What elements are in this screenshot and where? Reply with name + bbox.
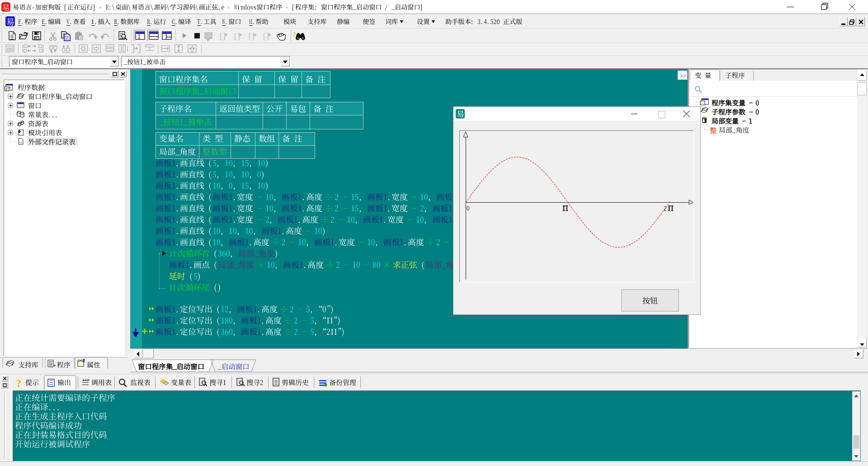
svg-text:e: e (5, 87, 8, 91)
